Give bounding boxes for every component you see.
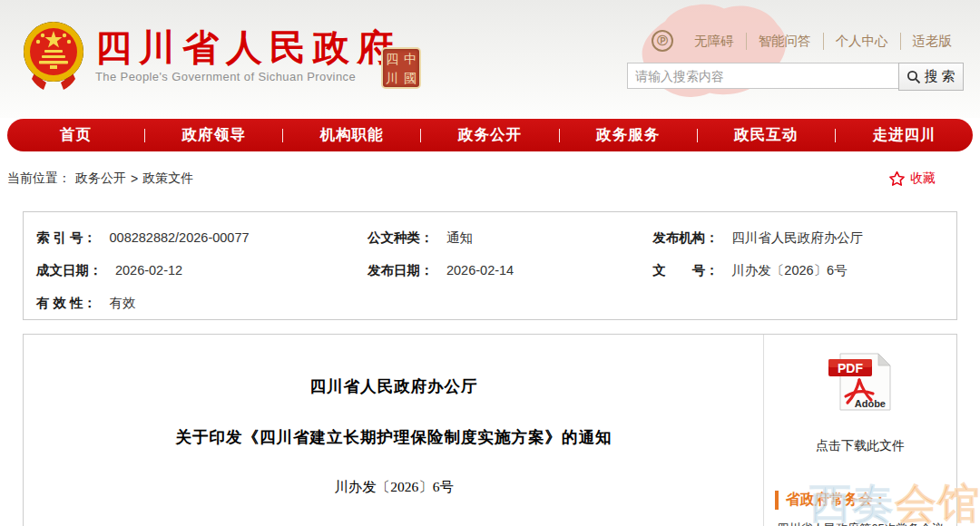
favorite-label: 收藏 <box>910 170 936 187</box>
breadcrumb-separator: > <box>131 171 138 186</box>
search-bar: 搜 索 <box>627 63 964 91</box>
exec-meeting-section: 省政府常务会： ·四川省人民政府第65次常务会议 <box>764 491 956 526</box>
seal-char: 四 <box>386 53 398 65</box>
search-input[interactable] <box>627 63 899 89</box>
link-smart-qa[interactable]: 智能问答 <box>746 33 823 50</box>
nav-item-interaction[interactable]: 政民互动 <box>698 125 835 145</box>
doc-info-table: 索 引 号： 008282882/2026-00077 公文种类： 通知 发布机… <box>23 211 957 320</box>
doc-info-row: 成文日期： 2026-02-12 发布日期： 2026-02-14 文 号： 川… <box>36 254 956 287</box>
breadcrumb-bar: 当前位置： 政务公开 > 政策文件 收藏 <box>7 167 967 190</box>
site-header: 四川省人民政府 The People's Government of Sichu… <box>0 0 980 118</box>
doc-info-row: 有 效 性： 有效 <box>36 287 956 319</box>
article-title: 关于印发《四川省建立长期护理保险制度实施方案》的通知 <box>24 426 764 448</box>
search-button-label: 搜 索 <box>924 68 955 85</box>
breadcrumb: 当前位置： 政务公开 > 政策文件 <box>7 170 193 187</box>
exec-meeting-heading: 省政府常务会： <box>775 491 956 510</box>
exec-meeting-item[interactable]: ·四川省人民政府第65次常务会议 <box>773 521 951 526</box>
search-icon <box>906 70 921 84</box>
sichuan-map-silhouette <box>631 0 799 107</box>
doc-field-validity: 有 效 性： 有效 <box>36 295 368 312</box>
nav-item-leaders[interactable]: 政府领导 <box>145 125 282 145</box>
page: 四川省人民政府 The People's Government of Sichu… <box>0 0 980 526</box>
link-accessibility[interactable]: 无障碍 <box>682 33 746 50</box>
article-body: 四川省人民政府办公厅 关于印发《四川省建立长期护理保险制度实施方案》的通知 川办… <box>24 335 764 526</box>
link-elderly-version[interactable]: 适老版 <box>900 33 965 50</box>
national-emblem-logo <box>20 20 87 91</box>
site-title: 四川省人民政府 <box>95 27 400 67</box>
search-button[interactable]: 搜 索 <box>898 63 964 91</box>
doc-info-row: 索 引 号： 008282882/2026-00077 公文种类： 通知 发布机… <box>36 221 956 254</box>
quick-links: Ⓟ 无障碍 智能问答 个人中心 适老版 <box>652 30 964 52</box>
nav-item-open-gov[interactable]: 政务公开 <box>421 125 558 145</box>
pdf-badge-label: PDF <box>838 361 863 375</box>
article-doc-number: 川办发〔2026〕6号 <box>24 478 764 497</box>
seal-char: 川 <box>386 72 398 84</box>
doc-field-issuing-org: 发布机构： 四川省人民政府办公厅 <box>652 229 956 247</box>
breadcrumb-item-policy-docs[interactable]: 政策文件 <box>142 170 193 187</box>
main-nav: 首页 政府领导 机构职能 政务公开 政务服务 政民互动 走进四川 <box>7 119 973 151</box>
doc-field-index-no: 索 引 号： 008282882/2026-00077 <box>36 229 368 247</box>
doc-field-publish-date: 发布日期： 2026-02-14 <box>368 262 652 279</box>
nav-item-home[interactable]: 首页 <box>7 125 144 145</box>
document-content: 四川省人民政府办公厅 关于印发《四川省建立长期护理保险制度实施方案》的通知 川办… <box>23 334 957 526</box>
site-logo-link[interactable]: 四川省人民政府 The People's Government of Sichu… <box>95 27 400 83</box>
star-icon <box>888 170 906 188</box>
site-subtitle: The People's Government of Sichuan Provi… <box>95 70 400 83</box>
download-file-label[interactable]: 点击下载此文件 <box>764 438 956 454</box>
accessibility-icon[interactable]: Ⓟ <box>652 30 673 52</box>
seal-char: 中 <box>404 53 416 65</box>
doc-field-doc-type: 公文种类： 通知 <box>368 229 652 247</box>
doc-field-doc-number: 文 号： 川办发〔2026〕6号 <box>652 262 956 279</box>
article-issuing-org: 四川省人民政府办公厅 <box>24 375 764 397</box>
link-personal-center[interactable]: 个人中心 <box>823 33 900 50</box>
nav-item-services[interactable]: 政务服务 <box>560 125 697 145</box>
pdf-brand-label: Adobe <box>855 398 886 409</box>
nav-item-about-sichuan[interactable]: 走进四川 <box>836 125 973 145</box>
doc-field-written-date: 成文日期： 2026-02-12 <box>36 262 368 279</box>
breadcrumb-item-open-gov[interactable]: 政务公开 <box>75 170 126 187</box>
content-sidebar: PDF Adobe 点击下载此文件 省政府常务会： ·四川省人民政府第65次常务… <box>763 335 956 526</box>
favorite-button[interactable]: 收藏 <box>888 170 936 188</box>
breadcrumb-label: 当前位置： <box>7 170 71 187</box>
china-sichuan-seal: 四 中 川 國 <box>381 47 421 89</box>
seal-char: 國 <box>404 72 416 84</box>
nav-item-functions[interactable]: 机构职能 <box>283 125 420 145</box>
pdf-download-link[interactable]: PDF Adobe <box>826 351 895 416</box>
pdf-file-icon: PDF Adobe <box>826 351 895 413</box>
